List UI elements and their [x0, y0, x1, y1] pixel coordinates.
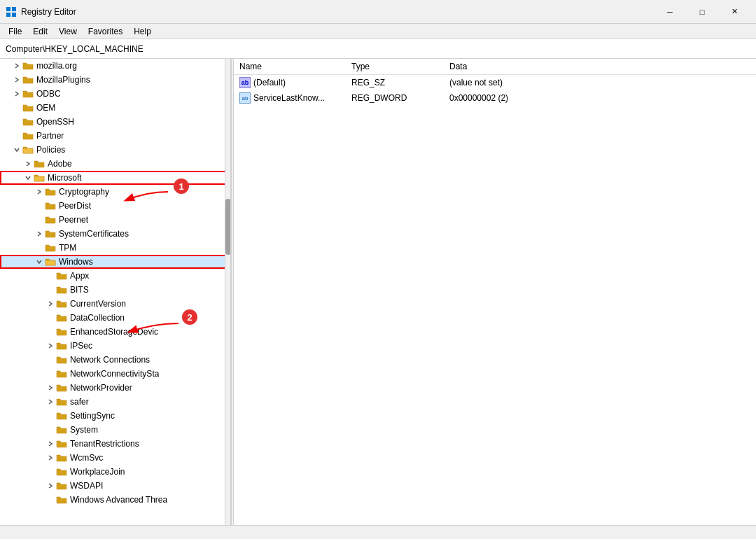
folder-icon: [45, 242, 56, 253]
statusbar: [0, 525, 756, 539]
folder-icon: [56, 382, 67, 393]
tree-item-safer[interactable]: safer: [0, 395, 230, 409]
tree-item-cryptography[interactable]: Cryptography: [0, 185, 230, 199]
tree-item-systemcertificates[interactable]: SystemCertificates: [0, 227, 230, 241]
tree-label: Windows: [59, 257, 93, 267]
reg-name-label: (Default): [253, 78, 286, 88]
tree-panel[interactable]: 1 2 mozilla.orgMozillaPluginsODBCOEMOp: [0, 59, 231, 525]
folder-icon: [56, 340, 67, 351]
tree-label: WcmSvc: [70, 453, 103, 463]
tree-label: OpenSSH: [36, 117, 74, 127]
cell-name: ab(Default): [234, 75, 346, 90]
chevron-right-icon[interactable]: [45, 298, 56, 309]
tree-item-oem[interactable]: OEM: [0, 101, 230, 115]
tree-label: Peernet: [59, 215, 88, 225]
tree-label: IPSec: [70, 341, 92, 351]
tree-item-mozilla[interactable]: mozilla.org: [0, 59, 230, 73]
folder-icon: [45, 214, 56, 225]
tree-item-tenantrestrictions[interactable]: TenantRestrictions: [0, 437, 230, 451]
tree-label: BITS: [70, 285, 89, 295]
tree-label: PeerDist: [59, 201, 91, 211]
tree-label: CurrentVersion: [70, 299, 126, 309]
folder-icon: [22, 102, 34, 113]
tree-item-enhancedstorage[interactable]: EnhancedStorageDevic: [0, 325, 230, 339]
tree-item-odbc[interactable]: ODBC: [0, 87, 230, 101]
chevron-right-icon[interactable]: [45, 452, 56, 463]
folder-icon: [56, 466, 67, 477]
close-button[interactable]: ✕: [718, 0, 750, 24]
tree-item-peernet[interactable]: Peernet: [0, 213, 230, 227]
tree-item-mozillaplugins[interactable]: MozillaPlugins: [0, 73, 230, 87]
col-header-data: Data: [444, 59, 756, 75]
tree-label: NetworkProvider: [70, 383, 132, 393]
menu-file[interactable]: File: [3, 25, 27, 38]
chevron-down-icon[interactable]: [34, 256, 45, 267]
cell-name: abServiceLastKnow...: [234, 90, 346, 106]
chevron-right-icon[interactable]: [34, 186, 45, 197]
maximize-button[interactable]: □: [686, 0, 718, 24]
tree-item-adobe[interactable]: Adobe: [0, 157, 230, 171]
tree-item-currentversion[interactable]: CurrentVersion: [0, 297, 230, 311]
cell-type: REG_SZ: [346, 75, 444, 91]
tree-item-wcmsvc[interactable]: WcmSvc: [0, 451, 230, 465]
tree-label: DataCollection: [70, 313, 125, 323]
chevron-right-icon[interactable]: [45, 340, 56, 351]
chevron-right-icon[interactable]: [22, 158, 34, 169]
tree-label: TenantRestrictions: [70, 439, 139, 449]
table-row[interactable]: abServiceLastKnow... REG_DWORD 0x0000000…: [234, 90, 756, 106]
chevron-right-icon[interactable]: [45, 396, 56, 407]
tree-label: SystemCertificates: [59, 229, 129, 239]
tree-item-microsoft[interactable]: Microsoft: [0, 171, 230, 185]
tree-item-appx[interactable]: Appx: [0, 269, 230, 283]
tree-item-ipsec[interactable]: IPSec: [0, 339, 230, 353]
menu-help[interactable]: Help: [128, 25, 157, 38]
window-controls: ─ □ ✕: [654, 0, 750, 24]
chevron-right-icon[interactable]: [11, 60, 22, 71]
folder-icon: [56, 396, 67, 407]
tree-label: Microsoft: [48, 173, 82, 183]
tree-item-tpm[interactable]: TPM: [0, 241, 230, 255]
folder-icon: [56, 480, 67, 491]
tree-item-partner[interactable]: Partner: [0, 129, 230, 143]
tree-label: Partner: [36, 131, 64, 141]
tree-item-system[interactable]: System: [0, 423, 230, 437]
folder-icon: [56, 424, 67, 435]
chevron-right-icon[interactable]: [45, 438, 56, 449]
tree-item-networkprovider[interactable]: NetworkProvider: [0, 381, 230, 395]
menu-favorites[interactable]: Favorites: [83, 25, 128, 38]
tree-item-policies[interactable]: Policies: [0, 143, 230, 157]
chevron-right-icon[interactable]: [34, 228, 45, 239]
chevron-right-icon[interactable]: [11, 74, 22, 85]
chevron-right-icon[interactable]: [45, 382, 56, 393]
tree-label: WSDAPI: [70, 481, 103, 491]
tree-item-openssh[interactable]: OpenSSH: [0, 115, 230, 129]
tree-item-peerdist[interactable]: PeerDist: [0, 199, 230, 213]
chevron-right-icon[interactable]: [45, 480, 56, 491]
svg-rect-2: [6, 13, 10, 17]
tree-label: ODBC: [36, 89, 61, 99]
tree-label: safer: [70, 397, 89, 407]
tree-label: Network Connections: [70, 355, 150, 365]
titlebar: Registry Editor ─ □ ✕: [0, 0, 756, 24]
tree-item-settingsync[interactable]: SettingSync: [0, 409, 230, 423]
tree-item-networkconnections[interactable]: Network Connections: [0, 353, 230, 367]
folder-icon: [56, 368, 67, 379]
folder-icon: [34, 172, 45, 183]
chevron-down-icon[interactable]: [11, 144, 22, 155]
tree-item-bits[interactable]: BITS: [0, 283, 230, 297]
menu-view[interactable]: View: [53, 25, 83, 38]
chevron-right-icon[interactable]: [11, 88, 22, 99]
tree-item-windows[interactable]: Windows: [0, 255, 230, 269]
tree-item-wsdapi[interactable]: WSDAPI: [0, 479, 230, 493]
tree-item-networkconnectivity[interactable]: NetworkConnectivitySta: [0, 367, 230, 381]
folder-icon: [56, 452, 67, 463]
menu-edit[interactable]: Edit: [27, 25, 53, 38]
table-row[interactable]: ab(Default) REG_SZ (value not set): [234, 75, 756, 91]
folder-icon: [56, 438, 67, 449]
folder-icon: [56, 354, 67, 365]
folder-icon: [56, 270, 67, 281]
minimize-button[interactable]: ─: [654, 0, 686, 24]
chevron-down-icon[interactable]: [22, 172, 34, 183]
tree-item-windowsadvanced[interactable]: Windows Advanced Threa: [0, 493, 230, 507]
tree-item-workplacejoin[interactable]: WorkplaceJoin: [0, 465, 230, 479]
